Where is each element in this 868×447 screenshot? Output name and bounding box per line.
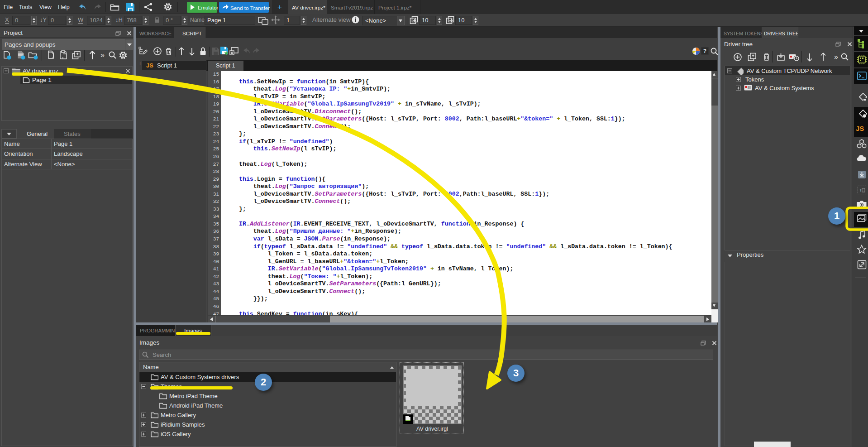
svg-text:T: T <box>859 188 862 192</box>
svg-text:?: ? <box>703 48 706 54</box>
